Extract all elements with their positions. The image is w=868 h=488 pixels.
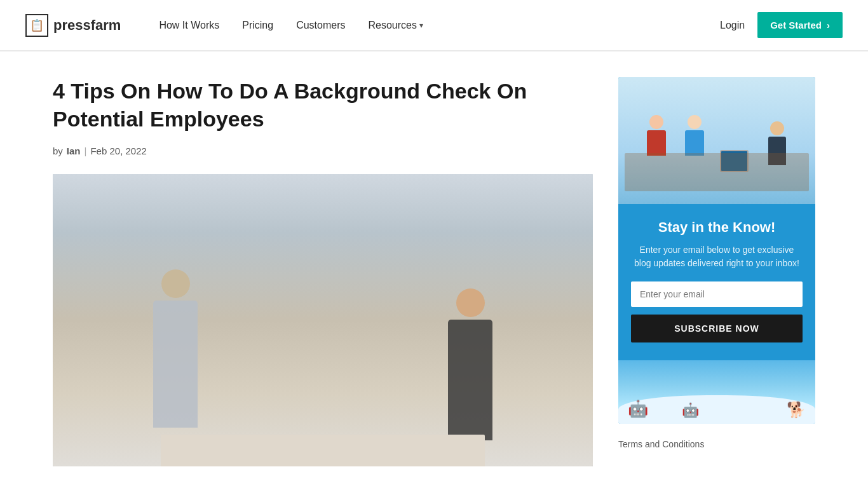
main-content: 4 Tips On How To Do A Background Check O… (53, 77, 593, 466)
page-wrapper: 4 Tips On How To Do A Background Check O… (27, 51, 841, 466)
nav-pricing[interactable]: Pricing (242, 20, 273, 31)
subscribe-button[interactable]: SUBSCRIBE NOW (631, 315, 803, 342)
article-title: 4 Tips On How To Do A Background Check O… (53, 77, 593, 133)
meta-by: by (53, 146, 63, 156)
email-input[interactable] (631, 281, 803, 307)
meta-date: Feb 20, 2022 (90, 146, 146, 156)
get-started-button[interactable]: Get Started › (757, 12, 843, 38)
nav-how-it-works[interactable]: How It Works (159, 20, 219, 31)
header-right: Login Get Started › (720, 12, 843, 38)
article-meta: by Ian | Feb 20, 2022 (53, 146, 593, 156)
article-image (53, 174, 593, 466)
widget-title: Stay in the Know! (631, 219, 803, 236)
sidebar: Stay in the Know! Enter your email below… (618, 77, 815, 454)
sidebar-widget: Stay in the Know! Enter your email below… (618, 77, 815, 424)
login-link[interactable]: Login (720, 20, 745, 31)
resources-chevron-icon: ▾ (419, 21, 423, 30)
robot3-icon: 🐕 (787, 401, 806, 419)
widget-description: Enter your email below to get exclusive … (631, 243, 803, 270)
nav-customers[interactable]: Customers (296, 20, 345, 31)
meta-separator: | (85, 146, 87, 156)
robot2-icon: 🤖 (682, 402, 699, 419)
robot1-icon: 🤖 (628, 399, 648, 419)
logo-link[interactable]: 📋 pressfarm (25, 14, 121, 37)
widget-illustration (618, 77, 815, 204)
widget-content: Stay in the Know! Enter your email below… (618, 204, 815, 360)
terms-conditions-link[interactable]: Terms and Conditions (618, 434, 815, 454)
main-nav: How It Works Pricing Customers Resources… (159, 20, 720, 31)
nav-resources[interactable]: Resources ▾ (368, 20, 423, 31)
logo-text: pressfarm (53, 17, 121, 34)
snow-scene-illustration: 🤖 🤖 🐕 (618, 360, 815, 424)
get-started-arrow-icon: › (827, 20, 830, 30)
logo-icon: 📋 (25, 14, 48, 37)
site-header: 📋 pressfarm How It Works Pricing Custome… (0, 0, 868, 51)
meta-author[interactable]: Ian (67, 146, 81, 156)
